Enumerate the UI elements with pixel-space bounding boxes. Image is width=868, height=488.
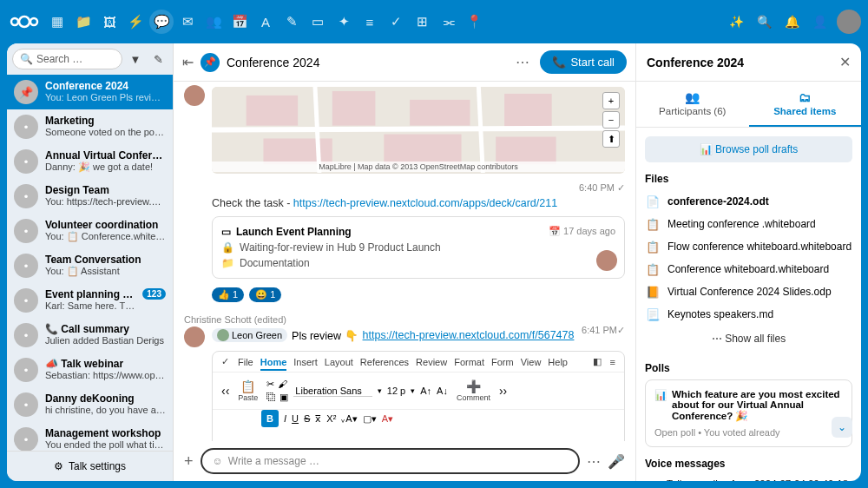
conversation-item[interactable]: •Team ConversationYou: 📋 Assistant	[7, 248, 173, 283]
menu-insert[interactable]: Insert	[293, 357, 318, 367]
comment-button[interactable]: ➕Comment	[453, 378, 494, 404]
conversation-item[interactable]: •Danny deKooninghi christine, do you hav…	[7, 387, 173, 422]
conversation-item[interactable]: •MarketingSomeone voted on the poll Ho…	[7, 109, 173, 144]
dashboard-icon[interactable]: ▦	[45, 10, 69, 34]
file-item[interactable]: 📙Virtual Conference 2024 Slides.odp	[645, 280, 852, 303]
app-logo[interactable]	[7, 14, 42, 30]
filter-icon[interactable]: ▼	[126, 49, 145, 69]
voice-message-item[interactable]: 🎵Talk recording from 2024-07-04 09-49-18…	[645, 475, 852, 481]
menu-format[interactable]: Format	[454, 357, 484, 367]
user-mention[interactable]: Leon Green	[212, 328, 287, 342]
maps-icon[interactable]: 📍	[462, 10, 486, 34]
talk-settings-button[interactable]: ⚙Talk settings	[7, 451, 173, 481]
activity-icon[interactable]: ⚡	[123, 10, 148, 34]
show-all-files-button[interactable]: ⋯ Show all files	[645, 326, 852, 352]
start-call-button[interactable]: 📞Start call	[540, 50, 627, 74]
reaction-button[interactable]: 😀 1	[249, 287, 281, 302]
new-conversation-icon[interactable]: ✎	[148, 49, 168, 69]
highlight-button[interactable]: ▢▾	[363, 413, 377, 425]
talk-icon[interactable]: 💬	[149, 10, 174, 34]
menu-references[interactable]: References	[360, 357, 409, 367]
cut-icon[interactable]: ✂	[266, 379, 274, 390]
font-select[interactable]: Liberation Sans	[293, 386, 372, 397]
message-input[interactable]: ☺Write a message …	[201, 448, 580, 474]
conversation-item[interactable]: •Event planning reviewKarl: Same here. T…	[7, 283, 173, 318]
bold-button[interactable]: B	[261, 410, 279, 427]
poll-card[interactable]: 📊Which feature are you most excited abou…	[645, 379, 852, 447]
underline-button[interactable]: U	[292, 413, 299, 424]
mic-icon[interactable]: 🎤	[608, 453, 625, 470]
menu-home[interactable]: Home	[260, 357, 287, 371]
list-icon[interactable]: ≡	[610, 357, 615, 367]
close-icon[interactable]: ✕	[839, 54, 851, 70]
menu-review[interactable]: Review	[416, 357, 447, 367]
files-icon[interactable]: 📁	[71, 10, 95, 34]
photos-icon[interactable]: 🖼	[97, 10, 122, 34]
conversation-item[interactable]: •📣 Talk webinarSebastian: https://www.op…	[7, 353, 173, 387]
mail-icon[interactable]: ✉	[175, 10, 200, 34]
map-zoom-out[interactable]: −	[602, 111, 620, 129]
assistant-icon[interactable]: ✨	[726, 11, 746, 32]
star-icon[interactable]: ✦	[332, 10, 356, 34]
check-icon[interactable]: ✓	[384, 10, 408, 34]
tasks-icon[interactable]: ≡	[358, 10, 382, 34]
reaction-button[interactable]: 👍 1	[212, 287, 244, 302]
conversation-item[interactable]: •📞 Call summaryJulien added Bastian Deri…	[7, 318, 173, 353]
font-color-button[interactable]: A▾	[382, 413, 393, 425]
contacts-menu-icon[interactable]: 👤	[809, 11, 830, 32]
conversation-item[interactable]: •Design TeamYou: https://tech-preview.ne…	[7, 179, 173, 214]
file-item[interactable]: 📄conference-2024.odt	[645, 190, 852, 213]
attach-button[interactable]: +	[184, 452, 194, 471]
save-icon[interactable]: ✓	[221, 356, 229, 367]
document-content[interactable]: 1. Application Information Name of Organ…	[213, 432, 624, 441]
tab-participants[interactable]: 👥Participants (6)	[636, 82, 749, 127]
collapse-sidebar-icon[interactable]: ⇤	[182, 54, 194, 70]
file-item[interactable]: 📃Keynotes speakers.md	[645, 303, 852, 326]
notifications-icon[interactable]: 🔔	[781, 11, 802, 32]
conversation-item[interactable]: 📌Conference 2024You: Leon Green Pls revi…	[7, 75, 173, 109]
document-embed[interactable]: ✓ FileHomeInsertLayoutReferencesReviewFo…	[212, 351, 625, 441]
deck-card-preview[interactable]: ▭Launch Event Planning 📅 17 days ago 🔒Wa…	[212, 216, 625, 279]
map-zoom-in[interactable]: +	[602, 92, 620, 109]
task-link[interactable]: https://tech-preview.nextcloud.com/apps/…	[293, 197, 557, 209]
browse-poll-drafts-button[interactable]: 📊 Browse poll drafts	[645, 136, 852, 162]
menu-form[interactable]: Form	[491, 357, 514, 367]
notes-icon[interactable]: ✎	[279, 10, 304, 34]
contacts-icon[interactable]: 👥	[201, 10, 226, 34]
user-avatar[interactable]	[837, 10, 861, 34]
paste-button[interactable]: 📋Paste	[234, 378, 261, 404]
decrease-font-icon[interactable]: A↓	[437, 386, 448, 396]
conversation-menu-icon[interactable]: ⋯	[512, 50, 533, 74]
italic-button[interactable]: I	[284, 413, 286, 424]
menu-file[interactable]: File	[238, 357, 253, 367]
menu-view[interactable]: View	[521, 357, 542, 367]
overline-button[interactable]: x̅	[315, 413, 321, 425]
link-icon[interactable]: ⫘	[436, 10, 460, 34]
text-icon[interactable]: A	[253, 10, 278, 34]
map-preview[interactable]: + − ⬆ MapLibre | Map data © 2013 OpenStr…	[212, 87, 625, 174]
superscript-button[interactable]: X²	[326, 413, 336, 424]
strike-button[interactable]: S	[304, 413, 310, 424]
font-size[interactable]: 12 p	[387, 386, 405, 396]
conversation-item[interactable]: •Management workshopYou ended the poll w…	[7, 422, 173, 451]
menu-layout[interactable]: Layout	[325, 357, 353, 367]
search-icon[interactable]: 🔍	[753, 11, 774, 32]
chevron-right-icon[interactable]: ››	[499, 384, 507, 398]
case-button[interactable]: ᵥA▾	[341, 413, 357, 425]
file-item[interactable]: 📋Conference whiteboard.whiteboard	[645, 258, 852, 280]
scroll-to-bottom-button[interactable]: ⌄	[832, 417, 852, 438]
deck-icon[interactable]: ▭	[306, 10, 330, 34]
conversation-item[interactable]: •Annual Virtual ConferenceDanny: 🎉 we go…	[7, 144, 173, 179]
increase-font-icon[interactable]: A↑	[420, 386, 431, 396]
conversation-list[interactable]: 📌Conference 2024You: Leon Green Pls revi…	[7, 75, 173, 451]
sidebar-toggle-icon[interactable]: ◧	[593, 356, 602, 367]
copy-icon[interactable]: ⿻	[266, 392, 276, 403]
conversation-item[interactable]: •Volunteer coordinationYou: 📋 Conference…	[7, 214, 173, 248]
chat-messages[interactable]: + − ⬆ MapLibre | Map data © 2013 OpenStr…	[174, 82, 635, 441]
tables-icon[interactable]: ⊞	[410, 10, 434, 34]
map-compass[interactable]: ⬆	[602, 130, 620, 148]
search-input[interactable]: 🔍Search …	[12, 49, 122, 69]
format-painter-icon[interactable]: 🖌	[278, 379, 287, 390]
file-item[interactable]: 📋Meeting conference .whiteboard	[645, 213, 852, 235]
file-item[interactable]: 📋Flow conference whiteboard.whiteboard	[645, 235, 852, 258]
